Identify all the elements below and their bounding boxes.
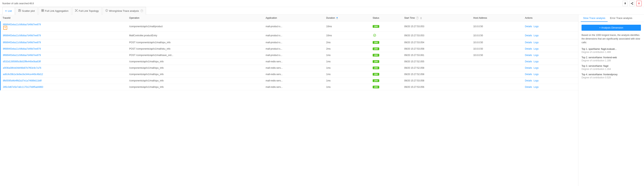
action-details-link[interactable]: Details bbox=[525, 41, 532, 44]
dimension-item-2: Top 2. serviceName: frontend-webDegree o… bbox=[582, 56, 641, 62]
action-details-link[interactable]: Details bbox=[525, 67, 532, 69]
dimension-title: Top 2. serviceName: frontend-web bbox=[582, 56, 641, 59]
right-panel-body: + Analysis Dimension Based on the 1000 l… bbox=[578, 22, 644, 186]
action-details-link[interactable]: Details bbox=[525, 73, 532, 76]
traceid-link[interactable]: ad0cfe39b1e3e9ec6e344ce449c49d12 bbox=[3, 73, 124, 76]
tab-list-label: List bbox=[8, 9, 12, 12]
cell-application: mall-product-s... bbox=[264, 32, 324, 39]
right-panel: Slow Trace analysis Error Trace analysis… bbox=[578, 15, 644, 186]
action-logs-link[interactable]: Logs bbox=[534, 86, 538, 88]
svg-line-4 bbox=[632, 3, 632, 3]
tab-topology[interactable]: Full Link Topology bbox=[72, 7, 102, 15]
cell-application: mall-product-s... bbox=[264, 21, 324, 32]
add-dimension-button[interactable]: + Analysis Dimension bbox=[582, 25, 641, 31]
traceid-link[interactable]: 8fb5595d4b4ffd2a37e1a74689d11b8f bbox=[3, 79, 124, 82]
action-logs-link[interactable]: Logs bbox=[534, 41, 538, 44]
cell-actions: DetailsLogs bbox=[522, 84, 578, 90]
table-row: d532d1395995c8b02fffe440e0ba63ff/compone… bbox=[0, 58, 578, 65]
action-logs-link[interactable]: Logs bbox=[534, 47, 538, 50]
cell-traceid: 8f6894f2eba11cfdfafaa7d49d7ee879 bbox=[0, 46, 127, 52]
traceid-link[interactable]: 8f6894f2eba11cfdfafaa7d49d7ee879 bbox=[3, 34, 124, 37]
dimension-title: Top 1. spanName: flagd.evaluati... bbox=[582, 48, 641, 50]
starttime-help-icon[interactable]: ? bbox=[416, 17, 419, 19]
cell-application: mall-redis-serv... bbox=[264, 58, 324, 65]
cell-actions: DetailsLogs bbox=[522, 52, 578, 58]
action-logs-link[interactable]: Logs bbox=[534, 54, 538, 57]
status-badge: 200 bbox=[373, 25, 379, 28]
tab-wrong-slow[interactable]: Wrong/slow Trace analysis ? bbox=[102, 7, 146, 15]
tab-list[interactable]: ≡ List bbox=[2, 7, 15, 15]
traceid-link[interactable]: 8f6894f2eba11cfdfafaa7d49d7ee879 bbox=[3, 23, 124, 26]
status-badge: 200 bbox=[373, 60, 379, 63]
main-content: TraceId Operation Application Duration S… bbox=[0, 15, 644, 186]
cell-status: 200 bbox=[370, 39, 402, 46]
col-duration[interactable]: Duration bbox=[324, 15, 370, 21]
action-logs-link[interactable]: Logs bbox=[534, 25, 538, 28]
tab-scatter-icon bbox=[18, 9, 21, 12]
calls-searched-label: Number of calls searched:48.8 bbox=[2, 2, 34, 5]
cell-application: mall-redis-serv... bbox=[264, 65, 324, 71]
col-starttime[interactable]: Start Time ? bbox=[402, 15, 471, 21]
dimension-item-3: Top 3. serviceName: flagdDegree of contr… bbox=[582, 65, 641, 70]
traceid-link[interactable]: 8f6894f2eba11cfdfafaa7d49d7ee879 bbox=[3, 54, 124, 57]
tab-topology-label: Full Link Topology bbox=[79, 9, 99, 12]
action-logs-link[interactable]: Logs bbox=[534, 73, 538, 76]
cell-operation: /components/api/v1/mall/spu_info bbox=[127, 65, 264, 71]
traceid-link[interactable]: 8f6894f2eba11cfdfafaa7d49d7ee879 bbox=[3, 41, 124, 44]
cell-application: mall-redis-serv... bbox=[264, 71, 324, 78]
status-badge: 200 bbox=[373, 47, 379, 50]
cell-traceid: d532d1395995c8b02fffe440e0ba63ff bbox=[0, 58, 127, 65]
svg-point-15 bbox=[75, 9, 76, 10]
cell-actions: DetailsLogs bbox=[522, 71, 578, 78]
action-logs-link[interactable]: Logs bbox=[534, 79, 538, 82]
cell-operation: /components/api/v1/mall/spu_info bbox=[127, 78, 264, 84]
cell-duration: 1ms bbox=[324, 84, 370, 90]
traceid-link[interactable]: 8f6894f2eba11cfdfafaa7d49d7ee879 bbox=[3, 47, 124, 50]
traceid-link[interactable]: d532d1395995c8b02fffe440e0ba63ff bbox=[3, 60, 124, 63]
right-tab-slow[interactable]: Slow Trace analysis bbox=[581, 15, 608, 22]
action-logs-link[interactable]: Logs bbox=[534, 67, 538, 69]
table-row: a5f36a08fcb04bf46b87b7f63c9c7a76/compone… bbox=[0, 65, 578, 71]
traceid-link[interactable]: a5f36a08fcb04bf46b87b7f63c9c7a76 bbox=[3, 67, 124, 69]
action-details-link[interactable]: Details bbox=[525, 34, 532, 37]
cell-starttime: 09/20 15:27:53.056 bbox=[402, 84, 471, 90]
action-logs-link[interactable]: Logs bbox=[534, 34, 538, 37]
filter-icon[interactable] bbox=[3, 26, 7, 30]
action-details-link[interactable]: Details bbox=[525, 60, 532, 63]
dimension-contribution: Degree of contribution 1.164 bbox=[582, 68, 641, 70]
tab-wrong-slow-icon bbox=[106, 9, 108, 12]
cell-duration: 1ms bbox=[324, 78, 370, 84]
tab-scatter[interactable]: Scatter plot bbox=[16, 7, 38, 15]
dimension-description: Based on the 1000 longest traces, the an… bbox=[582, 33, 641, 45]
cell-duration: 1ms bbox=[324, 52, 370, 58]
action-logs-link[interactable]: Logs bbox=[534, 60, 538, 63]
cell-status: 200 bbox=[370, 71, 402, 78]
share-button[interactable] bbox=[629, 1, 635, 6]
right-tab-error[interactable]: Error Trace analysis bbox=[608, 15, 635, 22]
cell-application: mall-redis-serv... bbox=[264, 78, 324, 84]
action-details-link[interactable]: Details bbox=[525, 25, 532, 28]
col-status: Status bbox=[370, 15, 402, 21]
cell-traceid: a5f36a08fcb04bf46b87b7f63c9c7a76 bbox=[0, 65, 127, 71]
action-details-link[interactable]: Details bbox=[525, 47, 532, 50]
col-traceid: TraceId bbox=[0, 15, 127, 21]
traceid-link[interactable]: 285c3d67e5e7a6c1170c27b8f5ad4860 bbox=[3, 86, 124, 88]
settings-button[interactable]: ⚙ bbox=[636, 1, 642, 6]
action-details-link[interactable]: Details bbox=[525, 86, 532, 88]
table-row: ad0cfe39b1e3e9ec6e344ce449c49d12/compone… bbox=[0, 71, 578, 78]
table-row: 8f6894f2eba11cfdfafaa7d49d7ee879/compone… bbox=[0, 21, 578, 32]
col-actions: Actions bbox=[522, 15, 578, 21]
cell-operation: /components/api/v1/mall/spu_info bbox=[127, 58, 264, 65]
cell-hostaddress: 10.0.0.50 bbox=[471, 39, 522, 46]
tab-aggregation[interactable]: Full Link Aggregation bbox=[38, 7, 71, 15]
svg-point-2 bbox=[632, 4, 633, 5]
download-button[interactable]: ⬇ bbox=[622, 1, 628, 6]
top-bar: Number of calls searched:48.8 ⬇ ⚙ bbox=[0, 0, 644, 7]
cell-duration: 2ms bbox=[324, 39, 370, 46]
cell-hostaddress: 10.0.0.50 bbox=[471, 46, 522, 52]
cell-duration: 10ms bbox=[324, 21, 370, 32]
dimension-contribution: Degree of contribution 1.488 bbox=[582, 51, 641, 53]
tab-help-icon[interactable]: ? bbox=[140, 9, 143, 12]
action-details-link[interactable]: Details bbox=[525, 54, 532, 57]
action-details-link[interactable]: Details bbox=[525, 79, 532, 82]
